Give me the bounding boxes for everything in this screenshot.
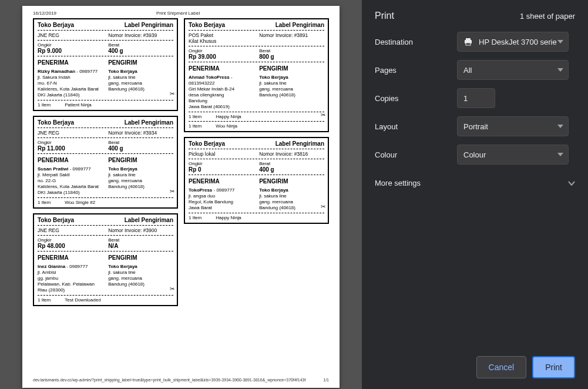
berat-label: Berat bbox=[108, 42, 173, 48]
chevron-down-icon bbox=[557, 153, 563, 156]
ongkir-label: Ongkir bbox=[38, 140, 103, 145]
pengirim-heading: PENGIRIM bbox=[259, 65, 324, 72]
item-count: 1 Item bbox=[38, 297, 51, 303]
berat-label: Berat bbox=[108, 140, 173, 145]
store-name: Toko Berjaya bbox=[38, 22, 74, 28]
item-name: Happy Ninja bbox=[216, 114, 241, 119]
print-button[interactable]: Print bbox=[532, 356, 575, 378]
store-name: Toko Berjaya bbox=[189, 22, 225, 28]
item-count: 1 Item bbox=[189, 114, 201, 119]
more-settings-toggle[interactable]: More settings bbox=[375, 173, 575, 187]
item-count: 1 Item bbox=[38, 200, 51, 205]
courier: Pickup lokal bbox=[189, 151, 254, 157]
courier: POS Paket Kilat Khusus bbox=[189, 32, 254, 44]
berat-value: 400 g bbox=[108, 145, 173, 152]
pengirim-heading: PENGIRIM bbox=[108, 59, 173, 66]
item-count: 1 Item bbox=[38, 102, 51, 108]
copies-input[interactable] bbox=[457, 88, 495, 108]
berat-value: 400 g bbox=[259, 166, 324, 173]
ongkir-label: Ongkir bbox=[189, 161, 254, 166]
preview-page: 16/12/2019 Print Shipment Label Toko Ber… bbox=[22, 6, 340, 388]
ongkir-label: Ongkir bbox=[38, 237, 103, 243]
field-colour: Colour Colour bbox=[375, 145, 575, 165]
sender-name: Toko Berjaya bbox=[108, 166, 137, 172]
scissors-icon: ✂ bbox=[321, 203, 325, 210]
receiver-name: Susan Pratiwi bbox=[38, 166, 68, 172]
penerima-heading: PENERIMA bbox=[38, 254, 103, 261]
page-header: 16/12/2019 Print Shipment Label bbox=[33, 9, 329, 18]
receiver-name: Inez Gianina bbox=[38, 264, 65, 269]
layout-value: Portrait bbox=[463, 122, 488, 131]
receiver-phone: - 0989777 bbox=[65, 264, 88, 269]
field-pages: Pages All bbox=[375, 60, 575, 80]
invoice: Nomor Invoice: #3939 bbox=[108, 32, 173, 38]
invoice: Nomor Invoice: #3900 bbox=[108, 227, 173, 233]
sender-name: Toko Berjaya bbox=[259, 75, 288, 80]
courier: JNE REG bbox=[38, 32, 103, 38]
ongkir-value: Rp 0 bbox=[189, 166, 254, 173]
sender-name: Toko Berjaya bbox=[108, 69, 137, 74]
destination-select[interactable]: HP DeskJet 3700 serie bbox=[457, 32, 569, 52]
sender-block: Toko Berjayajl. sakura linegang. mercuan… bbox=[108, 166, 173, 196]
panel-title: Print bbox=[375, 11, 394, 21]
panel-footer: Cancel Print bbox=[362, 346, 588, 389]
sender-block: Toko Berjayajl. sakura linegang. mercuan… bbox=[108, 264, 173, 293]
label-title: Label Pengiriman bbox=[275, 140, 324, 147]
colour-value: Colour bbox=[463, 150, 486, 159]
shipping-label-card: Toko BerjayaLabel PengirimanJNE REGNomor… bbox=[33, 116, 178, 209]
receiver-name: TokoPress bbox=[189, 187, 212, 193]
pages-select[interactable]: All bbox=[457, 60, 569, 80]
layout-select[interactable]: Portrait bbox=[457, 116, 569, 136]
berat-value: N/A bbox=[108, 243, 173, 249]
sender-block: Toko Berjayajl. sakura linegang. mercuan… bbox=[259, 187, 324, 211]
colour-label: Colour bbox=[375, 150, 451, 159]
scissors-icon: ✂ bbox=[170, 286, 174, 292]
label-title: Label Pengiriman bbox=[125, 22, 173, 28]
item-row: 1 ItemWoo Ninja bbox=[189, 121, 324, 129]
chevron-down-icon bbox=[568, 181, 575, 186]
item-count: 1 Item bbox=[189, 123, 201, 129]
item-name: Test Downloaded bbox=[65, 297, 100, 303]
printer-icon bbox=[463, 38, 473, 46]
shipping-label-card: Toko BerjayaLabel PengirimanPickup lokal… bbox=[184, 137, 329, 224]
item-row: 1 ItemWoo Single #2 bbox=[38, 197, 173, 205]
print-panel: Print 1 sheet of paper Destination HP De… bbox=[362, 0, 588, 389]
chevron-down-icon bbox=[557, 125, 563, 128]
pages-label: Pages bbox=[375, 66, 451, 75]
cancel-button[interactable]: Cancel bbox=[476, 356, 527, 378]
penerima-heading: PENERIMA bbox=[189, 178, 254, 185]
shipping-label-card: Toko BerjayaLabel PengirimanPOS Paket Ki… bbox=[184, 18, 329, 132]
ongkir-value: Rp 9.000 bbox=[38, 48, 103, 54]
more-settings-label: More settings bbox=[375, 179, 421, 187]
receiver-block: TokoPress - 0989777jl. angsa duoRegol, K… bbox=[189, 187, 254, 211]
courier: JNE REG bbox=[38, 227, 103, 233]
label-title: Label Pengiriman bbox=[125, 217, 173, 223]
receiver-phone: - 0989777 bbox=[75, 69, 98, 74]
page-footer: dev.larismanis.dev.cc/wp-admin/?print_sh… bbox=[33, 374, 329, 382]
receiver-phone: - 0989777 bbox=[212, 187, 234, 193]
scissors-icon: ✂ bbox=[170, 90, 174, 97]
destination-value: HP DeskJet 3700 serie bbox=[479, 38, 557, 46]
svg-rect-2 bbox=[466, 43, 471, 45]
labels-column: Toko BerjayaLabel PengirimanPOS Paket Ki… bbox=[184, 18, 329, 306]
item-row: 1 ItemHappy Ninja bbox=[189, 112, 324, 119]
berat-label: Berat bbox=[259, 48, 324, 53]
colour-select[interactable]: Colour bbox=[457, 145, 569, 165]
ongkir-value: Rp 48.000 bbox=[38, 243, 103, 249]
svg-rect-1 bbox=[466, 38, 471, 40]
courier: JNE REG bbox=[38, 130, 103, 136]
store-name: Toko Berjaya bbox=[189, 140, 225, 147]
sender-block: Toko Berjayajl. sakura linegang. mercuan… bbox=[108, 69, 173, 98]
receiver-phone: - 0989777 bbox=[68, 166, 90, 172]
field-destination: Destination HP DeskJet 3700 serie bbox=[375, 32, 575, 52]
scissors-icon: ✂ bbox=[170, 188, 174, 195]
berat-value: 400 g bbox=[108, 48, 173, 54]
destination-label: Destination bbox=[375, 38, 451, 46]
receiver-name: Rizky Ramadhan bbox=[38, 69, 75, 74]
item-row: 1 ItemHappy Ninja bbox=[189, 213, 324, 220]
label-title: Label Pengiriman bbox=[125, 119, 173, 126]
receiver-name: Ahmad TokoPress bbox=[189, 75, 230, 80]
store-name: Toko Berjaya bbox=[38, 119, 74, 126]
field-layout: Layout Portrait bbox=[375, 116, 575, 136]
berat-label: Berat bbox=[259, 161, 324, 166]
